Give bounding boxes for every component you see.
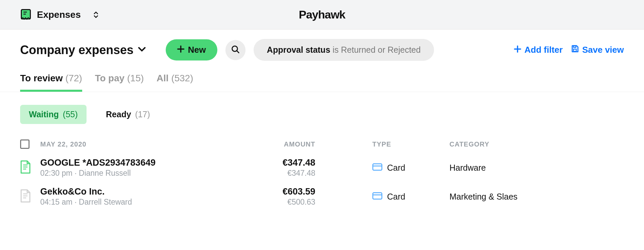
column-amount: AMOUNT	[241, 140, 315, 148]
select-all-checkbox[interactable]	[20, 139, 30, 149]
page-title-dropdown[interactable]: Company expenses	[20, 43, 146, 57]
receipt-icon	[20, 9, 32, 20]
expense-row[interactable]: Gekko&Co Inc.04:15 am · Darrell Steward€…	[0, 178, 644, 207]
add-filter-label: Add filter	[525, 45, 563, 55]
filter-approval-status[interactable]: Approval status is Returned or Rejected	[254, 39, 434, 61]
expense-category: Marketing & Slaes	[449, 192, 624, 202]
tab-all[interactable]: All (532)	[157, 73, 193, 92]
search-icon	[231, 45, 240, 55]
expense-title: Gekko&Co Inc.	[40, 186, 241, 197]
add-filter-button[interactable]: Add filter	[514, 45, 563, 55]
selector-icon	[94, 11, 98, 18]
chevron-down-icon	[138, 47, 146, 53]
card-icon	[372, 163, 382, 173]
expense-row[interactable]: GOOGLE *ADS293478364902:30 pm · Dianne R…	[0, 149, 644, 178]
svg-rect-14	[373, 164, 382, 170]
subtab-ready[interactable]: Ready (17)	[97, 105, 159, 124]
page-title: Company expenses	[20, 43, 133, 57]
save-view-button[interactable]: Save view	[571, 45, 624, 55]
svg-line-6	[237, 51, 239, 53]
date-group-header: MAY 22, 2020	[40, 140, 241, 148]
plus-icon	[177, 45, 184, 55]
tab-to-review[interactable]: To review (72)	[20, 73, 82, 92]
tab-to-pay[interactable]: To pay (15)	[95, 73, 144, 92]
tab-count: (15)	[127, 73, 144, 84]
filter-value: is Returned or Rejected	[333, 45, 421, 54]
save-view-label: Save view	[582, 45, 624, 55]
expense-subtitle: 02:30 pm · Dianne Russell	[40, 169, 241, 178]
tab-count: (532)	[171, 73, 193, 84]
amount-secondary: €500.63	[241, 198, 315, 207]
tab-label: All	[157, 73, 169, 84]
brand-logo: Payhawk	[299, 8, 345, 21]
subtab-label: Ready	[106, 110, 131, 119]
amount-primary: €603.59	[241, 186, 315, 197]
card-icon	[372, 192, 382, 202]
save-icon	[571, 45, 579, 55]
amount-secondary: €347.48	[241, 169, 315, 178]
document-icon	[20, 189, 40, 204]
svg-rect-19	[373, 193, 382, 199]
subtab-label: Waiting	[29, 110, 59, 119]
app-name: Expenses	[37, 9, 81, 20]
app-switcher[interactable]: Expenses	[20, 9, 98, 20]
subtab-count: (17)	[135, 110, 150, 119]
column-category: CATEGORY	[449, 140, 624, 148]
filter-label: Approval status	[267, 45, 330, 54]
tab-label: To pay	[95, 73, 124, 84]
expense-subtitle: 04:15 am · Darrell Steward	[40, 198, 241, 207]
subtab-waiting[interactable]: Waiting (55)	[20, 105, 87, 124]
subtab-count: (55)	[63, 110, 77, 119]
new-button-label: New	[188, 45, 206, 55]
new-button[interactable]: New	[166, 39, 217, 60]
search-button[interactable]	[225, 40, 246, 60]
plus-icon	[514, 45, 521, 55]
amount-primary: €347.48	[241, 158, 315, 168]
svg-rect-9	[574, 49, 576, 51]
expense-title: GOOGLE *ADS2934783649	[40, 158, 241, 168]
tab-count: (72)	[65, 73, 82, 84]
tab-label: To review	[20, 73, 63, 84]
expense-type: Card	[387, 163, 405, 173]
expense-category: Hardware	[449, 163, 624, 173]
document-icon	[20, 160, 40, 175]
svg-rect-10	[574, 46, 576, 47]
column-type: TYPE	[315, 140, 449, 148]
expense-type: Card	[387, 192, 405, 202]
